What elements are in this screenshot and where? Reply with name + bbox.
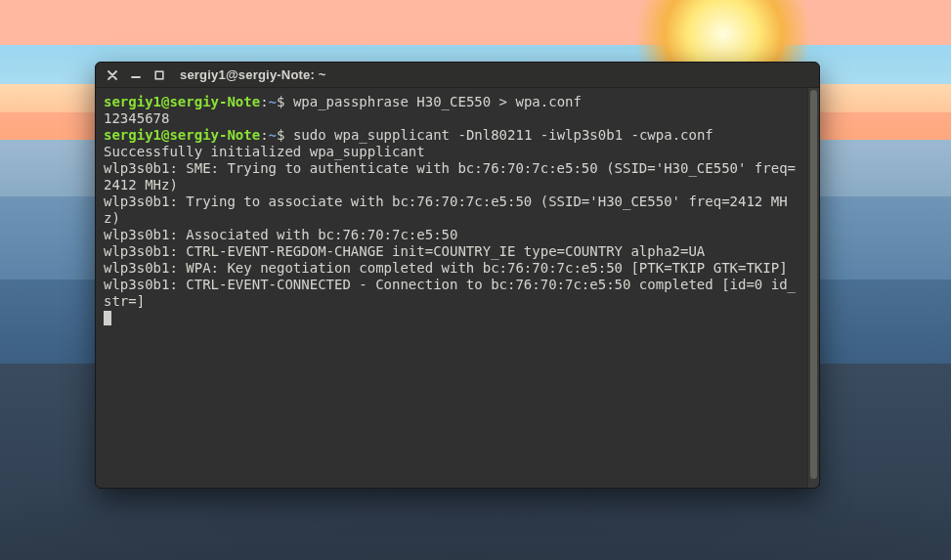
prompt-path: ~ <box>269 127 277 143</box>
prompt-colon: : <box>260 127 268 143</box>
output-line: wlp3s0b1: CTRL-EVENT-REGDOM-CHANGE init=… <box>104 243 705 259</box>
scrollbar[interactable] <box>807 88 819 488</box>
output-line: wlp3s0b1: CTRL-EVENT-CONNECTED - Connect… <box>104 277 796 309</box>
scrollbar-thumb[interactable] <box>810 90 817 479</box>
close-icon[interactable] <box>106 68 119 82</box>
prompt-symbol: $ <box>277 94 284 109</box>
output-line: wlp3s0b1: Trying to associate with bc:76… <box>104 194 788 226</box>
svg-rect-0 <box>155 71 163 79</box>
titlebar[interactable]: sergiy1@sergiy-Note: ~ <box>96 63 819 88</box>
terminal-body: sergiy1@sergiy-Note:~$ wpa_passphrase H3… <box>96 88 819 488</box>
minimize-icon[interactable] <box>129 68 143 82</box>
output-line: wlp3s0b1: WPA: Key negotiation completed… <box>104 260 788 276</box>
prompt-user: sergiy1@sergiy-Note <box>104 127 260 143</box>
terminal-cursor <box>104 311 111 325</box>
command-2: sudo wpa_supplicant -Dnl80211 -iwlp3s0b1… <box>293 127 713 143</box>
output-line: wlp3s0b1: SME: Trying to authenticate wi… <box>104 160 796 193</box>
terminal-output[interactable]: sergiy1@sergiy-Note:~$ wpa_passphrase H3… <box>96 88 807 488</box>
output-line: wlp3s0b1: Associated with bc:76:70:7c:e5… <box>104 227 457 242</box>
output-line: Successfully initialized wpa_supplicant <box>104 144 425 159</box>
prompt-colon: : <box>260 94 268 109</box>
command-1: wpa_passphrase H30_CE550 > wpa.conf <box>293 94 582 109</box>
terminal-window: sergiy1@sergiy-Note: ~ sergiy1@sergiy-No… <box>95 62 820 489</box>
prompt-path: ~ <box>269 94 277 109</box>
prompt-user: sergiy1@sergiy-Note <box>104 94 260 109</box>
window-title: sergiy1@sergiy-Note: ~ <box>180 67 326 82</box>
prompt-symbol: $ <box>277 127 284 143</box>
stdin-1: 12345678 <box>104 110 169 126</box>
window-controls <box>102 68 166 82</box>
maximize-icon[interactable] <box>152 68 166 82</box>
